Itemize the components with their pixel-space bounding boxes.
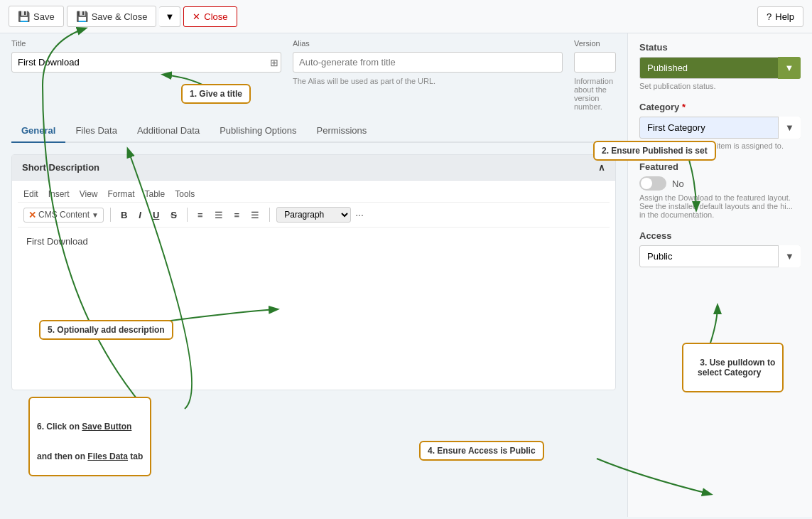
access-select[interactable]: Public Registered Special	[639, 245, 801, 267]
toolbar-separator-3	[269, 208, 270, 222]
version-field-group: Version Information about the version nu…	[574, 39, 616, 111]
align-right-button[interactable]: ≡	[231, 208, 244, 222]
save-close-icon: 💾	[76, 11, 88, 22]
help-label: Help	[775, 11, 794, 22]
status-hint: Set publication status.	[639, 82, 801, 90]
align-left-button[interactable]: ≡	[194, 208, 207, 222]
alias-label: Alias	[293, 39, 563, 48]
menu-format[interactable]: Format	[108, 189, 135, 199]
main-content: Title ⊞ Alias The Alias will be used as …	[0, 33, 627, 517]
collapse-icon[interactable]: ∧	[598, 162, 605, 173]
paragraph-select[interactable]: Paragraph Heading 1 Heading 2	[276, 207, 351, 223]
menu-view[interactable]: View	[80, 189, 98, 199]
toggle-wrap: No	[639, 176, 801, 191]
save-close-button[interactable]: 💾 Save & Close	[67, 6, 157, 27]
title-input[interactable]	[11, 52, 281, 73]
help-icon: ?	[767, 11, 772, 22]
category-section: Category * First Category Second Categor…	[639, 102, 801, 150]
access-section: Access Public Registered Special ▼	[639, 230, 801, 267]
status-label: Status	[639, 42, 801, 53]
category-label: Category *	[639, 102, 801, 112]
menu-edit[interactable]: Edit	[23, 189, 38, 199]
access-select-wrap: Public Registered Special ▼	[639, 245, 801, 267]
editor-menu: Edit Insert View Format Table Tools	[18, 186, 610, 203]
access-label: Access	[639, 230, 801, 241]
save-close-label: Save & Close	[92, 11, 148, 22]
tab-additional-data[interactable]: Additional Data	[127, 119, 210, 143]
close-button[interactable]: ✕ Close	[183, 6, 237, 27]
save-label: Save	[33, 11, 55, 22]
alias-hint: The Alias will be used as part of the UR…	[293, 77, 563, 85]
sidebar: Status Published Unpublished Archived Tr…	[627, 33, 812, 517]
underline-button[interactable]: U	[149, 208, 163, 222]
editor-toolbar: ✕ CMS Content ▼ B I U S ≡ ☰ ≡ ☰	[18, 203, 610, 228]
editor-content-area[interactable]: First Download	[18, 228, 610, 384]
featured-hint: Assign the Download to the featured layo…	[639, 193, 801, 219]
category-select[interactable]: First Category Second Category	[639, 117, 801, 139]
save-dropdown-button[interactable]: ▼	[159, 6, 180, 27]
alias-input[interactable]	[293, 52, 563, 73]
chevron-down-icon: ▼	[165, 11, 174, 22]
status-section: Status Published Unpublished Archived Tr…	[639, 42, 801, 90]
save-icon: 💾	[18, 11, 30, 22]
help-button[interactable]: ? Help	[757, 6, 803, 27]
toggle-knob	[641, 178, 652, 189]
title-row: Title ⊞ Alias The Alias will be used as …	[11, 33, 616, 111]
close-icon: ✕	[193, 11, 200, 22]
card-title: Short Description	[22, 162, 99, 173]
bold-button[interactable]: B	[117, 208, 131, 222]
title-field-group: Title ⊞	[11, 39, 281, 111]
card-body: Edit Insert View Format Table Tools ✕ CM…	[12, 181, 615, 390]
copy-title-button[interactable]: ⊞	[270, 57, 278, 68]
tabs: General Files Data Additional Data Publi…	[11, 119, 616, 143]
menu-insert[interactable]: Insert	[48, 189, 70, 199]
required-marker: *	[682, 102, 686, 112]
featured-toggle-label: No	[672, 178, 684, 189]
version-label: Version	[574, 39, 616, 48]
cms-badge-arrow: ▼	[92, 211, 99, 219]
status-select[interactable]: Published Unpublished Archived Trashed	[639, 57, 801, 79]
featured-label: Featured	[639, 161, 801, 172]
toolbar: 💾 Save 💾 Save & Close ▼ ✕ Close ? Help	[0, 0, 812, 33]
alias-field-group: Alias The Alias will be used as part of …	[293, 39, 563, 111]
form-area: Title ⊞ Alias The Alias will be used as …	[0, 33, 812, 517]
italic-button[interactable]: I	[135, 208, 145, 222]
featured-toggle[interactable]	[639, 176, 666, 191]
more-options-button[interactable]: ···	[355, 209, 364, 220]
save-button[interactable]: 💾 Save	[9, 6, 64, 27]
toolbar-separator-1	[110, 208, 111, 222]
editor-text: First Download	[26, 236, 88, 247]
menu-table[interactable]: Table	[145, 189, 166, 199]
title-label: Title	[11, 39, 281, 48]
align-center-button[interactable]: ☰	[211, 208, 227, 222]
version-input[interactable]	[574, 52, 616, 73]
toolbar-separator-2	[187, 208, 188, 222]
short-description-card: Short Description ∧ Edit Insert View For…	[11, 154, 616, 390]
menu-tools[interactable]: Tools	[175, 189, 195, 199]
tab-publishing-options[interactable]: Publishing Options	[210, 119, 306, 143]
cms-badge-label: CMS Content	[38, 210, 90, 220]
card-header: Short Description ∧	[12, 155, 615, 181]
status-select-wrap: Published Unpublished Archived Trashed ▼	[639, 57, 801, 79]
strikethrough-button[interactable]: S	[167, 208, 180, 222]
version-hint: Information about the version number.	[574, 77, 616, 111]
close-label: Close	[204, 11, 227, 22]
cms-content-badge[interactable]: ✕ CMS Content ▼	[23, 208, 104, 223]
tab-permissions[interactable]: Permissions	[307, 119, 377, 143]
tab-files-data[interactable]: Files Data	[65, 119, 127, 143]
category-hint: The category that this item is assigned …	[639, 141, 801, 150]
align-justify-button[interactable]: ☰	[247, 208, 263, 222]
joomla-icon: ✕	[28, 210, 36, 220]
tab-general[interactable]: General	[11, 119, 65, 143]
featured-section: Featured No Assign the Download to the f…	[639, 161, 801, 219]
category-select-wrap: First Category Second Category ▼	[639, 117, 801, 139]
